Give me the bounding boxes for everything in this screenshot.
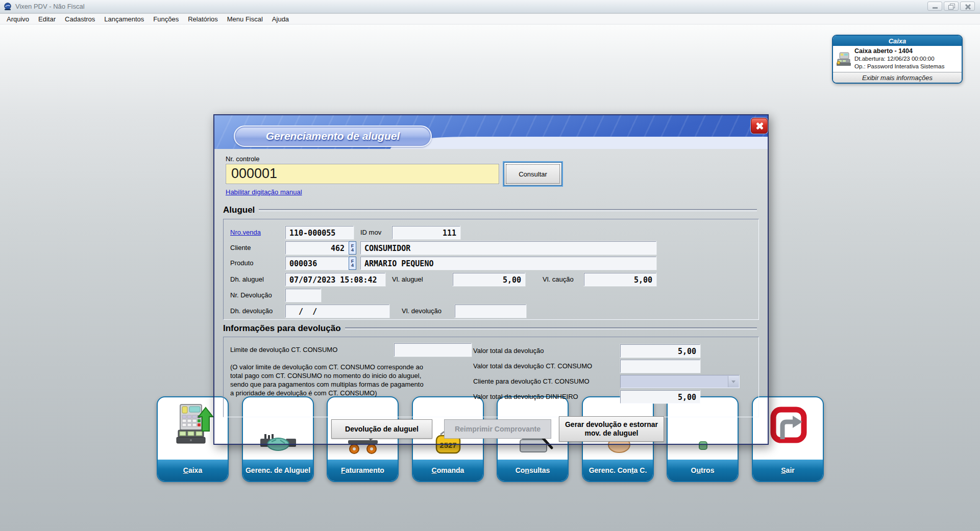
label-pre: Gerenc. de Aluguel — [246, 466, 310, 474]
vl-devolucao-input[interactable] — [455, 305, 526, 318]
cliente-name-input[interactable]: CONSUMIDOR — [360, 241, 656, 255]
label-hotkey: n — [525, 466, 529, 474]
menu-editar[interactable]: Editar — [34, 14, 60, 24]
produto-name-input[interactable]: ARMARIO PEQUENO — [360, 257, 656, 270]
button-line1: Gerar devolução e estornar — [565, 420, 658, 429]
menu-arquivo[interactable]: Arquivo — [2, 14, 34, 24]
label-pre: Co — [516, 466, 525, 474]
valor-ct-consumo-label: Valor total da devolução CT. CONSUMO — [473, 362, 592, 370]
cliente-ct-consumo-label: Cliente para devolução CT. CONSUMO — [473, 377, 590, 385]
button-line2: mov. de aluguel — [585, 429, 639, 438]
valor-total-input[interactable]: 5,00 — [620, 344, 700, 358]
window-controls — [927, 2, 975, 11]
label-hotkey: C — [183, 466, 188, 474]
restore-button[interactable] — [944, 2, 959, 11]
valor-dinheiro-input[interactable]: 5,00 — [620, 390, 700, 403]
cliente-ct-consumo-dropdown[interactable] — [620, 375, 740, 388]
cliente-code-input[interactable]: 462 — [285, 241, 349, 255]
cliente-f4-button[interactable]: F4 — [349, 241, 356, 255]
dh-aluguel-input[interactable]: 07/07/2023 15:08:42 — [285, 273, 385, 286]
caixa-panel-info: Caixa aberto - 1404 Dt.abertura: 12/06/2… — [854, 47, 944, 70]
chevron-down-icon — [728, 376, 739, 387]
toolbar-label-sair: Sair — [753, 460, 823, 481]
nr-controle-label: Nr. controle — [226, 155, 259, 163]
caixa-operator-text: Op.: Password Interativa Sistemas — [854, 63, 944, 70]
caixa-panel-title: Caixa — [833, 36, 962, 46]
minimize-button[interactable] — [927, 2, 942, 11]
nr-devolucao-label: Nr. Devolução — [230, 291, 272, 299]
gerar-devolucao-button[interactable]: Gerar devolução e estornar mov. de alugu… — [559, 416, 664, 442]
label-pre: O — [691, 466, 697, 474]
menu-funcoes[interactable]: Funções — [149, 14, 183, 24]
label-post: a C. — [634, 466, 647, 474]
produto-code-input[interactable]: 000036 — [285, 257, 349, 270]
id-mov-input[interactable]: 111 — [392, 226, 460, 239]
titlebar: Vixen PDV - Não Fiscal — [0, 0, 980, 13]
cliente-label: Cliente — [230, 244, 251, 251]
vl-caucao-label: Vl. caução — [543, 275, 574, 283]
toolbar-label-consultas: Consultas — [498, 460, 568, 481]
devolucao-aluguel-button[interactable]: Devolução de aluguel — [331, 419, 432, 439]
restore-icon — [948, 4, 954, 9]
valor-ct-consumo-input[interactable] — [620, 360, 700, 373]
label-pre: Gerenc. Con — [589, 466, 631, 474]
nr-controle-input[interactable]: 000001 — [226, 164, 499, 184]
label-post: air — [786, 466, 795, 474]
dialog-title: Gerenciamento de aluguel — [266, 130, 400, 142]
caixa-opened-text: Dt.abertura: 12/06/23 00:00:00 — [854, 55, 944, 63]
aluguel-section-heading: Aluguel — [223, 205, 757, 215]
toolbar-label-faturamento: Faturamento — [328, 460, 398, 481]
devolucao-groupbox: Limite de devolução CT. CONSUMO (O valor… — [223, 337, 759, 417]
cash-register-icon — [835, 52, 852, 67]
minimize-icon — [933, 7, 938, 9]
limite-devolucao-input[interactable] — [394, 343, 472, 357]
caixa-panel-body: Caixa aberto - 1404 Dt.abertura: 12/06/2… — [833, 46, 962, 72]
ct-consumo-note: (O valor limite de devolução com CT. CON… — [230, 363, 424, 397]
nro-venda-input[interactable]: 110-000055 — [285, 226, 354, 239]
reimprimir-comprovante-button[interactable]: Reimprimir Comprovante — [444, 419, 551, 439]
consultar-button[interactable]: Consultar — [504, 162, 562, 186]
dh-aluguel-label: Dh. aluguel — [230, 275, 264, 283]
dh-devolucao-input[interactable]: / / — [285, 305, 389, 318]
label-hotkey: S — [781, 466, 786, 474]
devolucao-section-heading: Informações para devolução — [223, 323, 757, 334]
caixa-status-panel: Caixa Caixa aberto - 1404 Dt.abertura: 1… — [832, 35, 963, 84]
valor-dinheiro-label: Valor total da devolução DINHEIRO — [473, 393, 578, 400]
menu-cadastros[interactable]: Cadastros — [60, 14, 100, 24]
limite-devolucao-label: Limite de devolução CT. CONSUMO — [230, 346, 337, 353]
show-more-info-button[interactable]: Exibir mais informações — [833, 72, 962, 83]
caixa-status-text: Caixa aberto - 1404 — [854, 47, 944, 55]
label-hotkey: C — [432, 466, 437, 474]
dh-devolucao-label: Dh. devolução — [230, 307, 273, 315]
note-line: a prioridade de devolução é com CT. CONS… — [230, 389, 424, 397]
produto-f4-button[interactable]: F4 — [349, 257, 356, 270]
menu-menu-fiscal[interactable]: Menu Fiscal — [223, 14, 267, 24]
section-title: Aluguel — [223, 205, 255, 215]
dialog-close-button[interactable] — [751, 118, 768, 134]
window-title: Vixen PDV - Não Fiscal — [15, 3, 85, 10]
section-title: Informações para devolução — [223, 323, 341, 334]
rental-management-dialog: Gerenciamento de aluguel Nr. controle 00… — [213, 114, 769, 445]
menu-lancamentos[interactable]: Lançamentos — [100, 14, 149, 24]
label-hotkey: F — [341, 466, 346, 474]
note-line: (O valor limite de devolução com CT. CON… — [230, 363, 424, 371]
note-line: total pago com CT. CONSUMO no momento do… — [230, 371, 424, 380]
toolbar-label-comanda: Comanda — [413, 460, 483, 481]
menubar: Arquivo Editar Cadastros Lançamentos Fun… — [0, 14, 980, 24]
label-post: sultas — [529, 466, 550, 474]
produto-label: Produto — [230, 259, 254, 267]
nr-devolucao-input[interactable] — [285, 289, 321, 302]
vl-caucao-input[interactable]: 5,00 — [584, 273, 656, 286]
id-mov-label: ID mov — [360, 229, 381, 236]
nro-venda-link[interactable]: Nro.venda — [230, 229, 261, 236]
enable-manual-entry-link[interactable]: Habilitar digitação manual — [226, 188, 302, 196]
toolbar-label-gerenc-aluguel: Gerenc. de Aluguel — [243, 460, 313, 481]
menu-ajuda[interactable]: Ajuda — [267, 14, 293, 24]
close-window-button[interactable] — [960, 2, 975, 11]
toolbar-label-outros: Outros — [668, 460, 738, 481]
menu-relatorios[interactable]: Relatórios — [183, 14, 223, 24]
label-post: aturamento — [346, 466, 384, 474]
dialog-title-pill: Gerenciamento de aluguel — [234, 125, 432, 147]
vl-aluguel-input[interactable]: 5,00 — [453, 273, 525, 286]
screen: Vixen PDV - Não Fiscal Arquivo Editar Ca… — [0, 0, 980, 531]
